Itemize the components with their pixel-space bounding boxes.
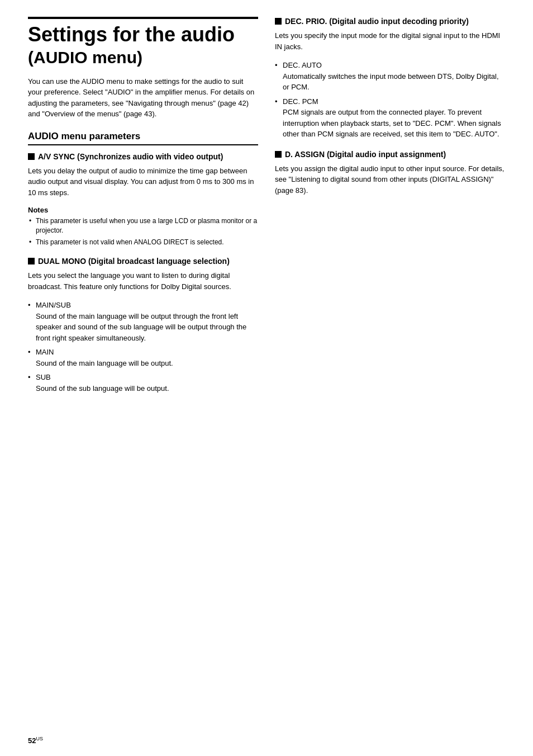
bullet-label: DEC. AUTO bbox=[283, 61, 322, 69]
notes-list-av-sync: This parameter is useful when you use a … bbox=[28, 216, 258, 247]
subsection-body-dual-mono: Lets you select the language you want to… bbox=[28, 270, 258, 292]
bullet-label: DEC. PCM bbox=[283, 97, 318, 106]
bullet-label: SUB bbox=[36, 373, 51, 381]
subsection-d-assign: D. ASSIGN (Digital audio input assignmen… bbox=[275, 150, 505, 196]
bullet-item-sub: SUB Sound of the sub language will be ou… bbox=[28, 372, 258, 394]
subsection-heading-dual-mono: DUAL MONO (Digital broadcast language se… bbox=[28, 257, 258, 266]
right-column: DEC. PRIO. (Digital audio input decoding… bbox=[275, 17, 505, 404]
bullet-item-dec-auto: DEC. AUTO Automatically switches the inp… bbox=[275, 60, 505, 93]
page-title: Settings for the audio bbox=[28, 17, 258, 46]
bullet-desc: Sound of the sub language will be output… bbox=[36, 383, 258, 394]
bullet-label: MAIN/SUB bbox=[36, 301, 71, 309]
subsection-heading-av-sync: A/V SYNC (Synchronizes audio with video … bbox=[28, 152, 258, 161]
dual-mono-bullet-list: MAIN/SUB Sound of the main language will… bbox=[28, 300, 258, 394]
square-bullet-icon bbox=[28, 153, 35, 160]
subsection-av-sync: A/V SYNC (Synchronizes audio with video … bbox=[28, 152, 258, 247]
subsection-dec-prio: DEC. PRIO. (Digital audio input decoding… bbox=[275, 17, 505, 140]
bullet-item-main: MAIN Sound of the main language will be … bbox=[28, 347, 258, 368]
square-bullet-icon bbox=[275, 151, 282, 158]
subsection-body-d-assign: Lets you assign the digital audio input … bbox=[275, 163, 505, 196]
dec-prio-bullet-list: DEC. AUTO Automatically switches the inp… bbox=[275, 60, 505, 140]
subsection-title-d-assign: D. ASSIGN (Digital audio input assignmen… bbox=[285, 150, 446, 159]
subsection-title-dec-prio: DEC. PRIO. (Digital audio input decoding… bbox=[285, 17, 469, 26]
bullet-desc: PCM signals are output from the connecte… bbox=[283, 107, 505, 140]
subsection-body-dec-prio: Lets you specify the input mode for the … bbox=[275, 30, 505, 52]
bullet-item-dec-pcm: DEC. PCM PCM signals are output from the… bbox=[275, 96, 505, 140]
subsection-heading-dec-prio: DEC. PRIO. (Digital audio input decoding… bbox=[275, 17, 505, 26]
bullet-item-main-sub: MAIN/SUB Sound of the main language will… bbox=[28, 300, 258, 343]
notes-heading-av-sync: Notes bbox=[28, 206, 258, 214]
subsection-body-av-sync: Lets you delay the output of audio to mi… bbox=[28, 166, 258, 199]
subsection-dual-mono: DUAL MONO (Digital broadcast language se… bbox=[28, 257, 258, 394]
page: Settings for the audio (AUDIO menu) You … bbox=[0, 0, 533, 756]
section-heading: AUDIO menu parameters bbox=[28, 131, 258, 145]
bullet-label: MAIN bbox=[36, 348, 54, 356]
note-item: This parameter is not valid when ANALOG … bbox=[28, 238, 258, 247]
left-column: Settings for the audio (AUDIO menu) You … bbox=[28, 17, 258, 404]
subsection-title-av-sync: A/V SYNC (Synchronizes audio with video … bbox=[38, 152, 223, 161]
bullet-desc: Sound of the main language will be outpu… bbox=[36, 358, 258, 369]
page-subtitle: (AUDIO menu) bbox=[28, 48, 258, 67]
square-bullet-icon bbox=[275, 18, 282, 25]
page-number: 52US bbox=[28, 736, 43, 745]
note-item: This parameter is useful when you use a … bbox=[28, 216, 258, 235]
bullet-desc: Sound of the main language will be outpu… bbox=[36, 311, 258, 344]
bullet-desc: Automatically switches the input mode be… bbox=[283, 71, 505, 93]
square-bullet-icon bbox=[28, 258, 35, 264]
intro-text: You can use the AUDIO menu to make setti… bbox=[28, 76, 258, 120]
subsection-title-dual-mono: DUAL MONO (Digital broadcast language se… bbox=[38, 257, 230, 266]
subsection-heading-d-assign: D. ASSIGN (Digital audio input assignmen… bbox=[275, 150, 505, 159]
